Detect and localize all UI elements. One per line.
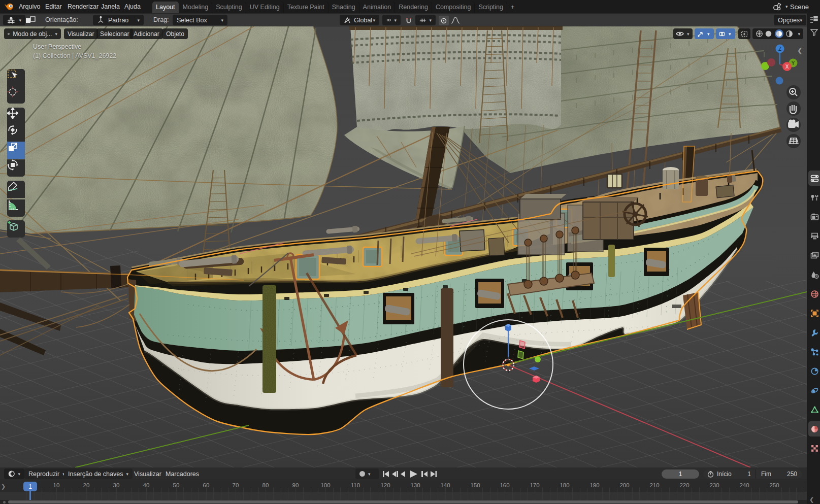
svg-text:Z: Z <box>778 46 781 52</box>
svg-text:X: X <box>785 64 789 70</box>
svg-text:Y: Y <box>792 60 795 66</box>
